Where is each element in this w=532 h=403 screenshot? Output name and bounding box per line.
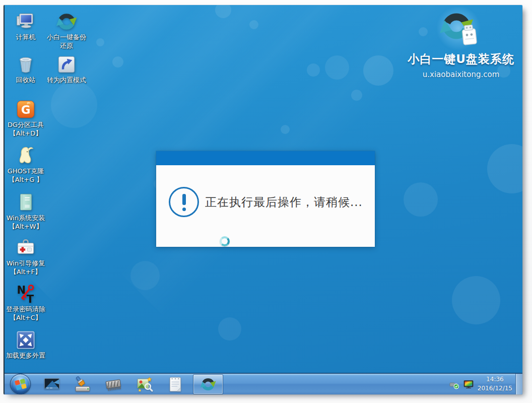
desktop-icon-label: GHOST克隆 [5,167,48,176]
brand-title: 小白一键U盘装系统 [403,51,519,67]
bubble [363,55,393,86]
taskbar-notepad[interactable] [167,376,184,393]
desktop-icon-diskgenius[interactable]: G DG分区工具 【Alt+D】 [5,99,48,138]
desktop-icon-ghost[interactable]: GHOST克隆 【Alt+G 】 [5,145,48,184]
loading-spinner [220,236,230,246]
progress-dialog: 正在执行最后操作，请稍候... [156,151,375,247]
first-aid-kit-icon [15,237,36,258]
taskbar: 14:36 2016/12/15 [5,373,522,394]
desktop-icon-hotkey: 【Alt+W】 [5,223,48,231]
desktop-icon-label: 转为内置模式 [44,76,89,85]
windows-start-icon [14,378,27,391]
bubble [452,276,500,324]
desktop-icon-password-clear[interactable]: N T 登录密码清除 【Alt+C】 [5,283,48,322]
bubble [487,144,522,193]
desktop-icon-label: 计算机 [5,33,48,42]
desktop-icon-label: 小白一键备份还原 [44,33,89,50]
show-desktop-button[interactable] [515,374,522,394]
bubble [218,317,241,341]
desktop-icon-recycle-bin[interactable]: 回收站 [5,54,48,85]
tray-date: 2016/12/15 [478,384,512,393]
sync-arrows-icon [200,376,216,392]
desktop-icon-label: 回收站 [5,76,48,85]
bubble [351,90,362,101]
dialog-titlebar[interactable] [156,151,375,165]
start-button[interactable] [10,374,31,394]
bubble [325,55,349,80]
recycle-bin-icon [15,54,36,75]
brand-url: u.xiaobaixitong.com [403,70,519,79]
desktop-icon-label: Win系统安装 [5,214,48,223]
svg-text:G: G [21,103,31,116]
usb-sync-logo-icon [435,7,484,52]
tray-clock[interactable]: 14:36 2016/12/15 [478,375,512,393]
nt-password-key-icon: N T [15,283,36,304]
desktop-icon-win-install[interactable]: Win系统安装 【Alt+W】 [5,192,48,231]
exclamation-dot [182,208,186,211]
desktop-icon-hotkey: 【Alt+G 】 [5,176,48,184]
bubble [307,63,320,77]
load-more-arrows-icon [15,329,36,351]
taskbar-image-viewer[interactable] [136,376,153,393]
usb-safely-remove-icon[interactable] [449,379,459,389]
screen-preview-icon [43,376,60,393]
diskgenius-icon: G [15,99,36,120]
bubble [130,261,160,290]
desktop-icon-label: Win引导修复 [5,259,48,268]
bubble [51,82,97,128]
exclamation-bar [182,194,186,205]
branding: 小白一键U盘装系统 u.xiaobaixitong.com [403,7,519,79]
shortcut-arrow-icon [56,54,77,75]
desktop-icon-hotkey: 【Alt+D】 [5,129,48,138]
svg-text:T: T [27,293,34,305]
sync-arrows-icon [56,11,77,32]
computer-icon [15,11,36,32]
bubble [404,182,438,217]
system-tray: 14:36 2016/12/15 [449,374,512,394]
desktop-icon-label: DG分区工具 [5,121,48,129]
bubble [96,38,104,46]
win-install-box-icon [15,192,36,213]
desktop-icon-hotkey: 【Alt+C】 [5,314,48,322]
ram-chip-icon [105,376,122,393]
disk-cleanup-brush-icon [74,376,91,393]
desktop-screen: 小白一键U盘装系统 u.xiaobaixitong.com 计算机 [4,5,522,394]
display-tray-icon[interactable] [463,379,474,389]
desktop-icon-internal-mode[interactable]: 转为内置模式 [44,54,89,85]
desktop-icon-load-more[interactable]: 加载更多外置 [5,329,48,360]
taskbar-xiaobai-tool-active[interactable] [193,374,223,394]
desktop-icon-label: 加载更多外置 [5,352,48,360]
desktop-icon-hotkey: 【Alt+F】 [5,268,48,277]
desktop-wallpaper: 小白一键U盘装系统 u.xiaobaixitong.com 计算机 [5,5,522,373]
dialog-body: 正在执行最后操作，请稍候... [156,165,375,247]
dialog-message: 正在执行最后操作，请稍候... [205,194,363,210]
desktop-icon-computer[interactable]: 计算机 [5,11,48,42]
bubble [249,20,258,29]
desktop-icon-boot-repair[interactable]: Win引导修复 【Alt+F】 [5,237,48,277]
taskbar-memory-tool[interactable] [105,376,122,393]
bubble [112,56,123,68]
notepad-icon [167,376,184,393]
ghost-icon [15,145,36,166]
desktop-icon-label: 登录密码清除 [5,305,48,314]
bubble [281,125,290,134]
desktop-icon-xiaobai-backup[interactable]: 小白一键备份还原 [44,11,89,50]
tray-time: 14:36 [486,375,504,384]
image-viewer-icon [136,376,153,393]
exclamation-circle-icon [169,187,199,217]
taskbar-display-settings[interactable] [43,376,60,393]
taskbar-disk-cleanup[interactable] [74,376,91,393]
